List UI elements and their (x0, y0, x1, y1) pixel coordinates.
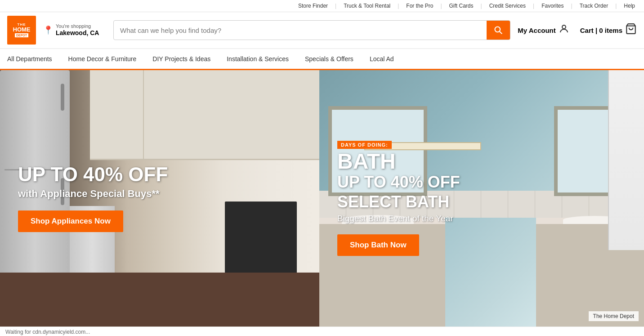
person-icon (559, 23, 569, 37)
hero-bath-banner[interactable]: DAYS OF DOING: BATH UP TO 40% OFF SELECT… (319, 70, 644, 327)
bath-description: Biggest Bath Event of the Year (337, 214, 626, 224)
nav-bar: All Departments Home Decor & Furniture D… (0, 49, 644, 70)
cart-button[interactable]: Cart | 0 items (580, 23, 637, 37)
store-label: You're shopping (56, 23, 99, 29)
hero-appliances-banner[interactable]: UP TO 40% OFF with Appliance Special Buy… (0, 70, 319, 327)
truck-tool-link[interactable]: Truck & Tool Rental (344, 3, 390, 9)
gift-cards-link[interactable]: Gift Cards (449, 3, 474, 9)
search-icon (494, 26, 503, 35)
cart-icon (625, 23, 637, 37)
help-link[interactable]: Help (624, 3, 635, 9)
nav-home-decor[interactable]: Home Decor & Furniture (60, 49, 145, 69)
svg-point-2 (562, 25, 566, 29)
home-depot-logo[interactable]: THE HOME DEPOT (7, 16, 36, 45)
main-header: THE HOME DEPOT 📍 You're shopping Lakewoo… (0, 12, 644, 49)
hero-section: UP TO 40% OFF with Appliance Special Buy… (0, 70, 644, 327)
favorites-link[interactable]: Favorites (541, 3, 564, 9)
for-pro-link[interactable]: For the Pro (406, 3, 433, 9)
home-depot-watermark: The Home Depot (589, 311, 639, 321)
nav-diy[interactable]: DIY Projects & Ideas (144, 49, 219, 69)
location-pin-icon: 📍 (43, 25, 53, 35)
appliances-subline: with Appliance Special Buys** (18, 188, 301, 200)
svg-point-0 (495, 27, 501, 32)
search-input[interactable] (114, 27, 487, 34)
nav-all-departments[interactable]: All Departments (7, 49, 60, 69)
cart-label: Cart | 0 items (580, 27, 622, 34)
status-bar: Waiting for cdn.dynamicyield.com... (0, 327, 644, 336)
header-actions: My Account Cart | 0 items (518, 23, 637, 37)
nav-local-ad[interactable]: Local Ad (362, 49, 402, 69)
nav-installation[interactable]: Installation & Services (219, 49, 297, 69)
hero-right-content: DAYS OF DOING: BATH UP TO 40% OFF SELECT… (319, 70, 644, 327)
store-finder-link[interactable]: Store Finder (298, 3, 328, 9)
store-location[interactable]: 📍 You're shopping Lakewood, CA (43, 23, 106, 37)
days-of-doing-badge: DAYS OF DOING: (337, 141, 392, 149)
bath-title: BATH (337, 151, 626, 172)
hero-left-content: UP TO 40% OFF with Appliance Special Buy… (0, 70, 319, 327)
shop-appliances-button[interactable]: Shop Appliances Now (18, 211, 123, 232)
store-name: Lakewood, CA (56, 29, 99, 37)
svg-line-1 (500, 31, 502, 34)
credit-services-link[interactable]: Credit Services (489, 3, 526, 9)
track-order-link[interactable]: Track Order (580, 3, 608, 9)
shop-bath-button[interactable]: Shop Bath Now (337, 234, 419, 256)
bath-headline: UP TO 40% OFF (337, 174, 626, 190)
my-account-button[interactable]: My Account (518, 23, 569, 37)
appliances-headline: UP TO 40% OFF (18, 165, 301, 184)
nav-specials[interactable]: Specials & Offers (297, 49, 362, 69)
status-text: Waiting for cdn.dynamicyield.com... (5, 329, 90, 335)
search-bar (113, 20, 510, 40)
utility-bar: Store Finder | Truck & Tool Rental | For… (0, 0, 644, 12)
search-button[interactable] (487, 20, 510, 40)
bath-subheadline: SELECT BATH (337, 194, 626, 210)
my-account-label: My Account (518, 27, 555, 34)
